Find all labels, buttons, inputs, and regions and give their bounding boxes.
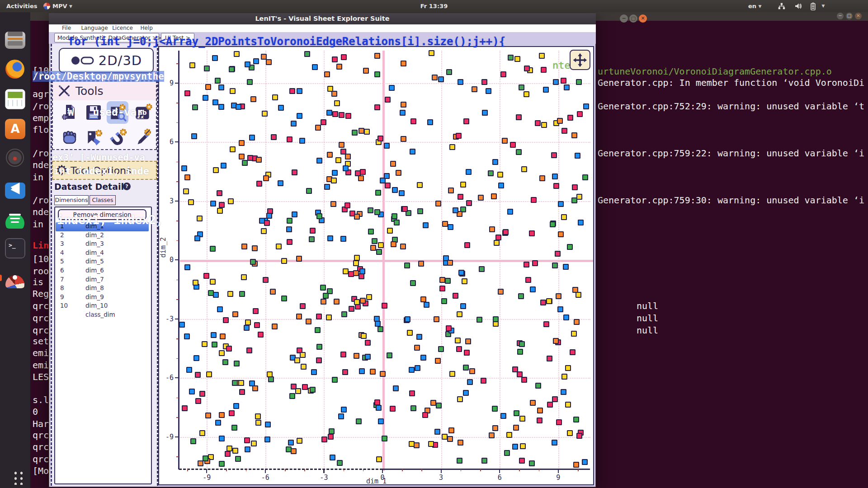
dock-item-mpv-player[interactable]: [5, 268, 25, 288]
data-point: [215, 420, 221, 426]
data-point: [332, 170, 338, 176]
dimension-row-dim_3[interactable]: 3dim_3: [56, 240, 149, 249]
app-title: LenIT's - Visual Sheet Explorer Suite: [49, 13, 596, 24]
data-point: [503, 229, 509, 235]
data-point: [481, 458, 487, 464]
data-point: [524, 91, 529, 97]
data-point: [491, 193, 497, 199]
data-point: [374, 71, 380, 77]
dimension-row-dim_6[interactable]: 6dim_6: [56, 267, 149, 276]
help-icon[interactable]: ?: [123, 183, 131, 190]
data-point: [447, 260, 453, 266]
pan-move-button[interactable]: [570, 50, 590, 70]
data-point: [203, 273, 209, 279]
dock: A>_: [0, 12, 30, 488]
data-point: [230, 88, 236, 94]
data-point: [497, 172, 503, 178]
data-point: [213, 292, 219, 298]
dimension-row-class_dim[interactable]: class_dim: [56, 311, 149, 320]
caret-down-icon: ▼: [69, 2, 72, 11]
data-point: [276, 244, 282, 249]
data-point: [184, 90, 190, 96]
data-point: [438, 346, 444, 352]
data-point: [366, 294, 372, 300]
dimension-row-dim_4[interactable]: 4dim_4: [56, 249, 149, 258]
data-point: [543, 87, 549, 93]
dimension-number: 2: [60, 231, 64, 239]
keyboard-indicator[interactable]: en ▼: [748, 2, 762, 11]
app-menubar: FileLanguageLicenceHelp: [49, 24, 596, 33]
dock-item-terminal[interactable]: >_: [5, 238, 25, 258]
system-indicators[interactable]: ▼: [771, 1, 825, 11]
data-point: [389, 85, 395, 91]
dock-item-vscode[interactable]: [5, 178, 25, 199]
dock-item-ubuntu-software[interactable]: A: [5, 119, 25, 139]
menu-item-licence[interactable]: Licence: [112, 25, 133, 32]
dimension-row-dim_10[interactable]: 10dim_10: [56, 302, 149, 311]
dimension-row-dim_2[interactable]: 2dim_2: [56, 231, 149, 240]
data-point: [281, 296, 287, 301]
terminal-minimize-button[interactable]: −: [837, 13, 844, 19]
data-point: [572, 287, 578, 293]
menu-item-language[interactable]: Language: [81, 25, 108, 32]
menu-item-help[interactable]: Help: [140, 25, 152, 32]
app-titlebar[interactable]: LenIT's - Visual Sheet Explorer Suite: [49, 13, 596, 24]
data-point: [489, 432, 495, 438]
data-point: [245, 61, 250, 67]
2d-3d-toggle-button[interactable]: 2D/3D: [59, 48, 154, 73]
tab-dimensions[interactable]: Dimensions: [54, 195, 89, 205]
app-maximize-button[interactable]: ▢: [629, 14, 637, 23]
dimension-row-dim_7[interactable]: 7dim_7: [56, 276, 149, 285]
data-point: [492, 159, 498, 165]
ghost-text: ex3’ [-Wunused-va: [52, 152, 145, 163]
data-point: [574, 319, 580, 325]
data-point: [537, 418, 542, 423]
tool-bookmark-settings[interactable]: [83, 127, 104, 149]
data-point: [558, 201, 564, 207]
tool-draw-pencil[interactable]: [132, 127, 154, 149]
terminal-line: urtuneVoronoi/VoronoiDiagramGenerator.cp…: [598, 66, 832, 77]
data-point: [517, 349, 523, 355]
data-point: [516, 114, 522, 120]
data-point: [393, 385, 399, 391]
dock-item-media-app[interactable]: [5, 148, 25, 168]
clock[interactable]: Fr 13:39: [0, 2, 868, 10]
x-major-tick: [441, 469, 442, 473]
data-point: [541, 122, 547, 128]
dock-item-spotify[interactable]: [5, 208, 25, 229]
data-point: [529, 460, 535, 466]
tool-magnet-snap[interactable]: [107, 127, 128, 149]
dock-item-libreoffice-calc[interactable]: [5, 89, 25, 109]
dock-item-app-grid[interactable]: [5, 469, 25, 488]
focused-app-menu[interactable]: MPV ▼: [43, 2, 72, 11]
data-point: [289, 88, 295, 94]
data-point: [458, 194, 463, 200]
data-point: [498, 289, 504, 295]
dock-item-firefox[interactable]: [5, 59, 25, 80]
data-point: [507, 209, 513, 215]
menu-item-file[interactable]: File: [62, 25, 71, 32]
dimension-row-dim_9[interactable]: 9dim_9: [56, 293, 149, 302]
tab-classes[interactable]: Classes: [90, 195, 116, 205]
data-point: [232, 311, 238, 317]
terminal-close-button[interactable]: ✕: [855, 13, 862, 19]
activities-button[interactable]: Activities: [6, 2, 38, 10]
data-point: [354, 299, 360, 305]
data-point: [552, 263, 558, 268]
data-point: [332, 111, 338, 117]
data-point: [540, 300, 546, 305]
dimension-row-dim_8[interactable]: 8dim_8: [56, 284, 149, 293]
tools-title: Tools: [75, 84, 104, 98]
tool-pan-hand[interactable]: [59, 127, 80, 149]
data-point: [446, 69, 452, 75]
data-point: [341, 407, 347, 413]
y-major-tick: [175, 259, 179, 260]
app-close-button[interactable]: ✕: [639, 14, 647, 23]
gridline-y-0: [180, 260, 593, 262]
app-minimize-button[interactable]: −: [620, 14, 628, 23]
terminal-maximize-button[interactable]: □: [846, 13, 853, 19]
data-point: [219, 412, 225, 418]
data-point: [321, 119, 326, 125]
dock-item-files[interactable]: [5, 28, 25, 49]
dimension-row-dim_5[interactable]: 5dim_5: [56, 258, 149, 267]
